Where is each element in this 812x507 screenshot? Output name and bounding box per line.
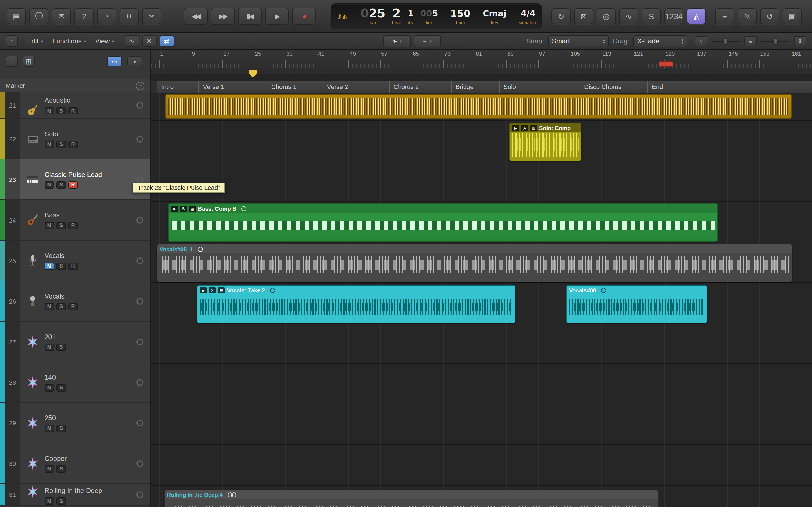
arrange-track-lane[interactable] [151,161,812,202]
marker-solo[interactable]: Solo [499,80,580,93]
snap-select[interactable]: Smart ▴▾ [548,35,609,47]
lcd-signature-field[interactable]: 4/4 signature [515,7,541,25]
secondary-tool-button[interactable]: +▾ [414,35,441,47]
play-chip-icon[interactable]: ▶ [171,206,178,212]
forward-button[interactable]: ▶▶ [211,8,235,24]
track-row[interactable]: 21AcousticMSR [0,93,150,119]
track-power-button[interactable] [137,102,143,109]
track-power-button[interactable] [137,217,143,223]
mixer-button[interactable]: ≡ [119,8,139,24]
record-enable-button[interactable]: R [68,222,78,229]
track-row[interactable]: 28140MS [0,362,150,403]
lcd-display[interactable]: ♪ ◭ 025 bar 2 beat 1 div 005 tick 15 [332,4,541,29]
lcd-tick-field[interactable]: 005 tick [417,7,442,25]
track-header-config-button[interactable]: ▭ [107,56,122,66]
global-marker-track-header[interactable]: Marker + [0,79,150,93]
solo-button[interactable]: S [56,465,66,472]
list-editors-button[interactable]: ≡ [715,8,734,24]
drag-select[interactable]: X-Fade ▴▾ [633,35,688,47]
lcd-mode-icon[interactable]: ♪ ◭ [337,11,347,21]
low-latency-button[interactable]: ∿ [619,8,638,24]
lcd-beat-field[interactable]: 2 beat [389,7,404,25]
track-power-button[interactable] [137,257,143,264]
marker-verse-1[interactable]: Verse 1 [199,80,267,93]
toolbar-toggle-button[interactable]: ✉ [52,8,71,24]
mute-button[interactable]: M [45,222,54,229]
pointer-tool-button[interactable]: ➤▾ [384,35,410,47]
record-enable-button[interactable]: R [68,262,78,270]
playhead-handle[interactable] [249,70,257,78]
track-power-button[interactable] [137,135,143,142]
track-power-button[interactable] [137,491,143,498]
autopunch-button[interactable]: ⊠ [574,8,593,24]
mute-button[interactable]: M [45,181,54,188]
take-folder-icon[interactable]: ▦ [530,125,538,131]
track-power-button[interactable] [137,460,143,467]
apple-loops-button[interactable]: ↺ [760,8,779,24]
note-pads-button[interactable]: ✎ [738,8,757,24]
mute-button[interactable]: M [45,262,54,270]
solo-comp-region[interactable]: ▶A▦Solo: Comp [509,123,581,161]
tuner-button[interactable]: ◎ [597,8,616,24]
arrange-track-lane[interactable] [151,364,812,404]
inspector-button[interactable]: ⓘ [29,8,49,24]
mute-button[interactable]: M [45,465,54,472]
solo-button[interactable]: S [56,181,66,188]
flex-button[interactable]: ⇄ [159,36,174,47]
arrange-track-lane[interactable] [151,404,812,445]
autopunch-region[interactable] [659,62,673,66]
vertical-zoom-slider-thumb[interactable] [773,38,777,44]
waveform-zoom-button[interactable]: ≈ [695,36,707,46]
mute-button[interactable]: M [45,425,54,432]
rolling-region[interactable]: Rolling In the Deep.4 [164,490,659,507]
solo-button[interactable]: S [56,222,66,229]
vertical-zoom-button[interactable]: ⇕ [794,36,806,46]
track-power-button[interactable] [137,379,143,386]
take-2-chip[interactable]: 2 [209,287,216,293]
count-in-button[interactable]: 1234 [664,8,683,24]
track-row[interactable]: 29250MS [0,403,150,443]
take-A-chip[interactable]: A [521,125,528,131]
solo-button[interactable]: S [56,107,66,114]
add-folder-track-button[interactable]: ⊞ [22,56,35,67]
marker-chorus-1[interactable]: Chorus 1 [267,80,322,93]
mute-button[interactable]: M [45,497,54,505]
solo-button[interactable]: S [56,425,66,432]
track-row[interactable]: 27201MS [0,322,150,362]
vocals08-region[interactable]: Vocals#08 [566,285,707,323]
solo-button[interactable]: S [56,343,66,351]
marker-end[interactable]: End [647,80,812,93]
menu-edit[interactable]: Edit▾ [27,37,43,45]
record-enable-button[interactable]: R [68,140,78,148]
mute-button[interactable]: M [45,384,54,391]
add-track-button[interactable]: + [6,56,18,67]
editors-button[interactable]: ✂ [142,8,161,24]
marker-chorus-2[interactable]: Chorus 2 [389,80,451,93]
menu-functions[interactable]: Functions▾ [52,37,86,45]
mute-button[interactable]: M [45,303,54,310]
play-chip-icon[interactable]: ▶ [512,125,519,131]
menu-view[interactable]: View▾ [95,37,114,45]
library-button[interactable]: ▤ [7,8,26,24]
arrange-area[interactable]: ▶A▦Solo: Comp▶B▦Bass: Comp BVocals#05_1▶… [151,94,812,507]
track-collapse-button[interactable]: ▾ [128,56,142,66]
horizontal-zoom-button[interactable]: ⇔ [744,36,757,46]
quick-help-button[interactable]: ? [74,8,94,24]
vertical-zoom-slider[interactable] [761,40,790,42]
track-row[interactable]: 31Rolling In the DeepMS [0,484,150,506]
acoustic-region[interactable] [165,94,792,119]
solo-button[interactable]: S [56,384,66,391]
mute-button[interactable]: M [45,343,54,351]
lcd-tempo-field[interactable]: 150 bpm [447,7,474,25]
take-B-chip[interactable]: B [180,206,187,212]
track-row[interactable]: 26VocalsMSR [0,281,150,322]
record-enable-button[interactable]: R [68,181,78,188]
take-folder-icon[interactable]: ▦ [218,287,225,293]
crossfade-button[interactable]: ✕ [142,36,156,47]
mute-button[interactable]: M [45,140,54,148]
solo-button[interactable]: S [642,8,661,24]
record-enable-button[interactable]: R [68,303,78,310]
solo-button[interactable]: S [56,262,66,270]
track-row[interactable]: 30CooperMS [0,443,150,484]
arrange-track-lane[interactable] [151,445,812,486]
